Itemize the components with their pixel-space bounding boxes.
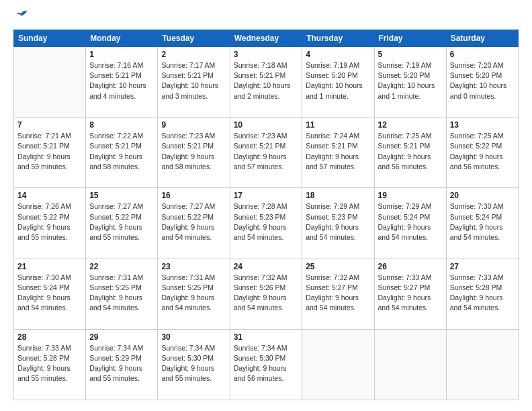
page: SundayMondayTuesdayWednesdayThursdayFrid… — [0, 0, 532, 411]
day-cell — [14, 47, 86, 118]
day-info: Sunrise: 7:26 AM Sunset: 5:22 PM Dayligh… — [17, 201, 82, 242]
day-info: Sunrise: 7:29 AM Sunset: 5:23 PM Dayligh… — [306, 201, 370, 242]
day-number: 30 — [161, 332, 226, 342]
day-info: Sunrise: 7:33 AM Sunset: 5:28 PM Dayligh… — [17, 343, 82, 384]
day-number: 7 — [17, 120, 82, 130]
day-cell: 5Sunrise: 7:19 AM Sunset: 5:20 PM Daylig… — [374, 47, 446, 118]
day-cell: 13Sunrise: 7:25 AM Sunset: 5:22 PM Dayli… — [446, 118, 518, 188]
day-cell: 26Sunrise: 7:33 AM Sunset: 5:27 PM Dayli… — [374, 259, 446, 329]
day-info: Sunrise: 7:33 AM Sunset: 5:27 PM Dayligh… — [378, 273, 443, 314]
header-wednesday: Wednesday — [230, 30, 302, 47]
header — [13, 11, 519, 23]
day-info: Sunrise: 7:32 AM Sunset: 5:27 PM Dayligh… — [306, 273, 370, 314]
day-cell — [302, 329, 374, 400]
header-tuesday: Tuesday — [158, 30, 230, 47]
day-info: Sunrise: 7:27 AM Sunset: 5:22 PM Dayligh… — [161, 201, 226, 242]
day-cell: 21Sunrise: 7:30 AM Sunset: 5:24 PM Dayli… — [14, 259, 86, 329]
logo-bird-icon — [15, 8, 30, 23]
day-cell: 10Sunrise: 7:23 AM Sunset: 5:21 PM Dayli… — [230, 118, 302, 188]
day-number: 17 — [234, 191, 299, 200]
day-cell: 27Sunrise: 7:33 AM Sunset: 5:28 PM Dayli… — [446, 259, 518, 329]
day-info: Sunrise: 7:23 AM Sunset: 5:21 PM Dayligh… — [234, 131, 299, 172]
day-cell: 20Sunrise: 7:30 AM Sunset: 5:24 PM Dayli… — [446, 188, 518, 259]
day-number: 2 — [161, 50, 226, 59]
day-info: Sunrise: 7:24 AM Sunset: 5:21 PM Dayligh… — [306, 131, 370, 172]
day-cell: 19Sunrise: 7:29 AM Sunset: 5:24 PM Dayli… — [374, 188, 446, 259]
day-cell: 6Sunrise: 7:20 AM Sunset: 5:20 PM Daylig… — [446, 47, 518, 118]
day-cell: 29Sunrise: 7:34 AM Sunset: 5:29 PM Dayli… — [86, 329, 158, 400]
day-number: 18 — [306, 191, 370, 200]
day-info: Sunrise: 7:18 AM Sunset: 5:21 PM Dayligh… — [234, 60, 299, 101]
day-cell: 11Sunrise: 7:24 AM Sunset: 5:21 PM Dayli… — [302, 118, 374, 188]
day-info: Sunrise: 7:34 AM Sunset: 5:30 PM Dayligh… — [161, 343, 226, 384]
day-cell: 8Sunrise: 7:22 AM Sunset: 5:21 PM Daylig… — [86, 118, 158, 188]
day-number: 28 — [17, 332, 82, 342]
day-number: 10 — [234, 120, 299, 130]
week-row-1: 1Sunrise: 7:16 AM Sunset: 5:21 PM Daylig… — [14, 47, 519, 118]
day-cell: 15Sunrise: 7:27 AM Sunset: 5:22 PM Dayli… — [86, 188, 158, 259]
day-info: Sunrise: 7:25 AM Sunset: 5:22 PM Dayligh… — [450, 131, 515, 172]
week-row-5: 28Sunrise: 7:33 AM Sunset: 5:28 PM Dayli… — [14, 329, 519, 400]
day-number: 16 — [161, 191, 226, 200]
header-saturday: Saturday — [446, 30, 518, 47]
day-number: 23 — [161, 262, 226, 271]
day-info: Sunrise: 7:19 AM Sunset: 5:20 PM Dayligh… — [306, 60, 370, 101]
day-info: Sunrise: 7:34 AM Sunset: 5:29 PM Dayligh… — [89, 343, 154, 384]
day-number: 21 — [17, 262, 82, 271]
day-info: Sunrise: 7:29 AM Sunset: 5:24 PM Dayligh… — [378, 201, 443, 242]
day-number: 25 — [306, 262, 370, 271]
day-cell: 12Sunrise: 7:25 AM Sunset: 5:21 PM Dayli… — [374, 118, 446, 188]
header-sunday: Sunday — [14, 30, 86, 47]
day-cell: 17Sunrise: 7:28 AM Sunset: 5:23 PM Dayli… — [230, 188, 302, 259]
day-info: Sunrise: 7:21 AM Sunset: 5:21 PM Dayligh… — [17, 131, 82, 172]
day-number: 1 — [89, 50, 154, 59]
logo — [13, 13, 30, 23]
day-number: 31 — [234, 332, 299, 342]
day-number: 19 — [378, 191, 443, 200]
day-info: Sunrise: 7:31 AM Sunset: 5:25 PM Dayligh… — [161, 273, 226, 314]
week-row-3: 14Sunrise: 7:26 AM Sunset: 5:22 PM Dayli… — [14, 188, 519, 259]
day-info: Sunrise: 7:30 AM Sunset: 5:24 PM Dayligh… — [450, 201, 515, 242]
day-info: Sunrise: 7:31 AM Sunset: 5:25 PM Dayligh… — [89, 273, 154, 314]
week-row-2: 7Sunrise: 7:21 AM Sunset: 5:21 PM Daylig… — [14, 118, 519, 188]
day-cell: 14Sunrise: 7:26 AM Sunset: 5:22 PM Dayli… — [14, 188, 86, 259]
day-cell: 2Sunrise: 7:17 AM Sunset: 5:21 PM Daylig… — [158, 47, 230, 118]
day-info: Sunrise: 7:22 AM Sunset: 5:21 PM Dayligh… — [89, 131, 154, 172]
day-number: 13 — [450, 120, 515, 130]
day-info: Sunrise: 7:16 AM Sunset: 5:21 PM Dayligh… — [89, 60, 154, 101]
header-thursday: Thursday — [302, 30, 374, 47]
day-cell: 1Sunrise: 7:16 AM Sunset: 5:21 PM Daylig… — [86, 47, 158, 118]
day-info: Sunrise: 7:17 AM Sunset: 5:21 PM Dayligh… — [161, 60, 226, 101]
day-cell: 3Sunrise: 7:18 AM Sunset: 5:21 PM Daylig… — [230, 47, 302, 118]
day-number: 24 — [234, 262, 299, 271]
day-number: 26 — [378, 262, 443, 271]
day-cell: 31Sunrise: 7:34 AM Sunset: 5:30 PM Dayli… — [230, 329, 302, 400]
day-info: Sunrise: 7:33 AM Sunset: 5:28 PM Dayligh… — [450, 273, 515, 314]
day-info: Sunrise: 7:19 AM Sunset: 5:20 PM Dayligh… — [378, 60, 443, 101]
day-cell: 23Sunrise: 7:31 AM Sunset: 5:25 PM Dayli… — [158, 259, 230, 329]
day-info: Sunrise: 7:27 AM Sunset: 5:22 PM Dayligh… — [89, 201, 154, 242]
day-number: 14 — [17, 191, 82, 200]
day-cell: 30Sunrise: 7:34 AM Sunset: 5:30 PM Dayli… — [158, 329, 230, 400]
day-cell — [446, 329, 518, 400]
day-cell — [374, 329, 446, 400]
day-number: 20 — [450, 191, 515, 200]
day-cell: 16Sunrise: 7:27 AM Sunset: 5:22 PM Dayli… — [158, 188, 230, 259]
day-info: Sunrise: 7:23 AM Sunset: 5:21 PM Dayligh… — [161, 131, 226, 172]
day-cell: 9Sunrise: 7:23 AM Sunset: 5:21 PM Daylig… — [158, 118, 230, 188]
day-cell: 4Sunrise: 7:19 AM Sunset: 5:20 PM Daylig… — [302, 47, 374, 118]
day-cell: 22Sunrise: 7:31 AM Sunset: 5:25 PM Dayli… — [86, 259, 158, 329]
day-cell: 7Sunrise: 7:21 AM Sunset: 5:21 PM Daylig… — [14, 118, 86, 188]
calendar-header-row: SundayMondayTuesdayWednesdayThursdayFrid… — [14, 30, 519, 47]
header-monday: Monday — [86, 30, 158, 47]
day-number: 9 — [161, 120, 226, 130]
day-number: 3 — [234, 50, 299, 59]
header-friday: Friday — [374, 30, 446, 47]
day-info: Sunrise: 7:20 AM Sunset: 5:20 PM Dayligh… — [450, 60, 515, 101]
day-number: 5 — [378, 50, 443, 59]
day-number: 11 — [306, 120, 370, 130]
day-cell: 24Sunrise: 7:32 AM Sunset: 5:26 PM Dayli… — [230, 259, 302, 329]
day-number: 29 — [89, 332, 154, 342]
day-number: 27 — [450, 262, 515, 271]
day-cell: 25Sunrise: 7:32 AM Sunset: 5:27 PM Dayli… — [302, 259, 374, 329]
